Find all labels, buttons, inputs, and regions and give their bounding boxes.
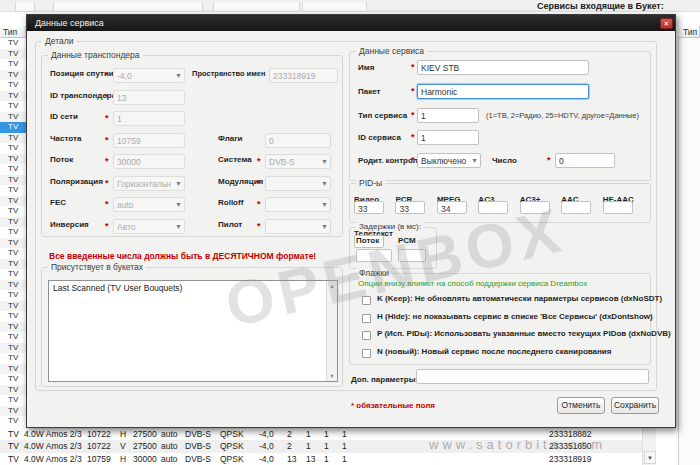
pid-field[interactable] <box>478 201 508 214</box>
service-row[interactable]: TV <box>0 332 26 343</box>
service-row[interactable]: TV <box>0 374 26 385</box>
pcm-delay-label: PCM <box>398 233 416 248</box>
pcm-delay-field[interactable] <box>398 249 426 262</box>
service-row[interactable]: TV <box>0 385 26 396</box>
service-row[interactable]: TV <box>0 91 26 102</box>
service-row[interactable]: TV <box>0 101 26 112</box>
pid-field[interactable]: 34 <box>437 201 467 214</box>
service-row[interactable]: TV <box>0 206 26 217</box>
parental-control-select[interactable]: Выключено▼ <box>417 153 481 168</box>
number-field[interactable]: 0 <box>555 153 615 168</box>
toolbar-button[interactable] <box>15 2 35 12</box>
transponder-field: 13▼ <box>113 90 185 105</box>
service-row[interactable]: TV <box>0 280 26 291</box>
service-row[interactable]: TV <box>0 406 26 417</box>
field-label: Флаги <box>218 131 242 146</box>
service-row[interactable]: TV <box>0 164 26 175</box>
table-cell: 1 <box>342 440 347 452</box>
table-row[interactable]: TV4.0W Amos 2/310722V27500autoDVB-SQPSK-… <box>0 440 656 452</box>
service-row[interactable]: TV <box>0 112 26 123</box>
service-group: Данные сервиса Имя * KIEV STB Пакет * Ha… <box>349 51 651 181</box>
table-cell: 1 <box>324 453 329 465</box>
bouquet-column-header-type[interactable]: Тип <box>678 26 700 38</box>
service-row[interactable]: TV <box>0 259 26 270</box>
toolbar-button[interactable] <box>302 2 367 12</box>
checkbox-label: H (Hide): не показывать сервис в списке … <box>377 312 653 321</box>
service-row[interactable]: TV <box>0 269 26 280</box>
service-type-field[interactable]: 1 <box>417 108 479 123</box>
cancel-button[interactable]: Отменить <box>557 397 605 414</box>
chevron-down-icon: ▼ <box>175 200 182 210</box>
service-row[interactable]: TV <box>0 143 26 154</box>
service-row[interactable]: TV <box>0 416 26 427</box>
service-row[interactable]: TV <box>0 154 26 165</box>
checkbox[interactable] <box>362 296 371 305</box>
table-cell: 4.0W Amos 2/3 <box>24 453 82 465</box>
checkbox[interactable] <box>362 349 371 358</box>
bouquet-services-panel <box>678 38 700 465</box>
service-row[interactable]: TV <box>0 80 26 91</box>
listbox-scrollbar[interactable]: ▲ ▼ <box>326 281 337 381</box>
service-row[interactable]: TV <box>0 196 26 207</box>
required-marker: * <box>411 153 415 168</box>
pid-column: Видео 33 <box>354 188 391 222</box>
service-row[interactable]: TV <box>0 175 26 186</box>
service-row[interactable]: TV <box>0 343 26 354</box>
dialog-titlebar[interactable]: Данные сервиса ✕ <box>27 15 675 31</box>
service-row[interactable]: TV <box>0 59 26 70</box>
list-item[interactable]: Last Scanned (TV User Bouquets) <box>49 281 337 295</box>
checkbox-label: K (Keep): Не обновлять автоматически пар… <box>377 294 662 303</box>
table-cell: TV <box>8 453 19 465</box>
toolbar-button[interactable] <box>53 2 203 12</box>
table-cell: 1 <box>342 453 347 465</box>
flags-group: Флажки Опции внизу влияют на способ подд… <box>349 273 651 365</box>
service-row[interactable]: TV <box>0 122 26 133</box>
name-field[interactable]: KIEV STB <box>417 60 589 75</box>
stream-delay-field[interactable] <box>356 249 392 262</box>
scroll-down-icon[interactable]: ▼ <box>644 451 656 464</box>
table-cell: 233318882 <box>549 428 592 440</box>
service-row[interactable]: TV <box>0 133 26 144</box>
service-row[interactable]: TV <box>0 248 26 259</box>
package-field[interactable]: Harmonic <box>417 84 589 99</box>
service-row[interactable]: TV <box>0 185 26 196</box>
transponder-field: ▼ <box>265 176 331 191</box>
close-icon[interactable]: ✕ <box>660 18 673 29</box>
checkbox[interactable] <box>362 331 371 340</box>
table-scrollbar[interactable]: ▼ <box>642 428 656 465</box>
service-data-dialog: Данные сервиса ✕ Детали Данные транспонд… <box>26 14 676 428</box>
extra-params-field[interactable] <box>416 369 649 384</box>
pid-field[interactable] <box>520 201 550 214</box>
service-row[interactable]: TV <box>0 70 26 81</box>
service-row[interactable]: TV <box>0 322 26 333</box>
bouquets-listbox[interactable]: Last Scanned (TV User Bouquets) ▲ ▼ <box>48 280 338 382</box>
service-row[interactable]: TV <box>0 238 26 249</box>
service-row[interactable]: TV <box>0 311 26 322</box>
table-row[interactable]: TV4.0W Amos 2/310722H27500autoDVB-SQPSK-… <box>0 428 656 440</box>
table-cell: 2 <box>287 428 292 440</box>
pid-field[interactable] <box>603 201 633 214</box>
service-row[interactable]: TV <box>0 301 26 312</box>
pid-field[interactable]: 33 <box>354 201 384 214</box>
service-row[interactable]: TV <box>0 290 26 301</box>
transponder-group: Данные транспондера Позиция спутника * -… <box>41 55 343 237</box>
service-id-field[interactable]: 1 <box>417 130 479 145</box>
save-button[interactable]: Сохранить <box>611 397 659 414</box>
toolbar-button[interactable] <box>213 2 300 12</box>
table-cell: -4,0 <box>259 453 274 465</box>
column-header-type[interactable]: Тип <box>0 26 26 38</box>
service-row[interactable]: TV <box>0 227 26 238</box>
service-row[interactable]: TV <box>0 364 26 375</box>
scroll-down-icon[interactable]: ▼ <box>327 371 337 381</box>
service-row[interactable]: TV <box>0 353 26 364</box>
table-cell: 10722 <box>87 428 111 440</box>
pid-field[interactable]: 33 <box>395 201 425 214</box>
table-row[interactable]: TV4.0W Amos 2/310759H30000autoDVB-SQPSK-… <box>0 453 656 465</box>
scroll-up-icon[interactable]: ▲ <box>327 281 337 291</box>
service-row[interactable]: TV <box>0 38 26 49</box>
service-row[interactable]: TV <box>0 395 26 406</box>
pid-field[interactable] <box>561 201 591 214</box>
service-row[interactable]: TV <box>0 217 26 228</box>
service-row[interactable]: TV <box>0 49 26 60</box>
checkbox[interactable] <box>362 314 371 323</box>
